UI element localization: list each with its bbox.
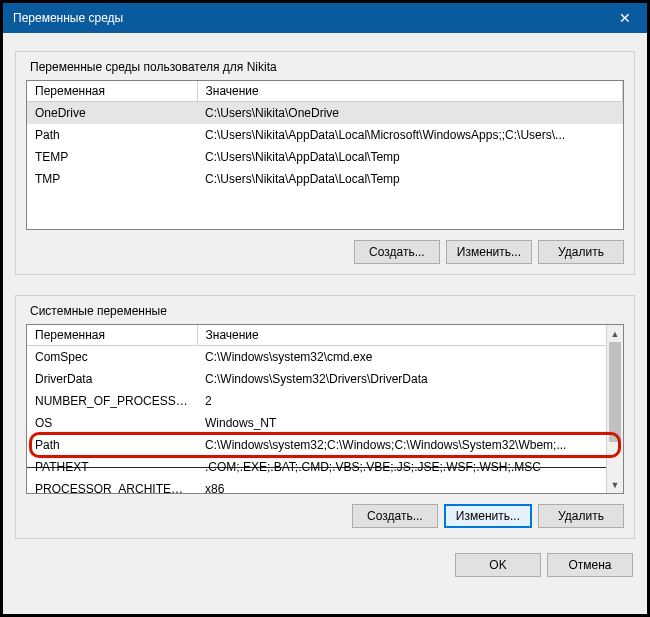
cancel-button[interactable]: Отмена — [547, 553, 633, 577]
cell-value: C:\Users\Nikita\OneDrive — [197, 102, 623, 125]
system-delete-button[interactable]: Удалить — [538, 504, 624, 528]
user-variables-group: Переменные среды пользователя для Nikita… — [15, 51, 635, 275]
cell-name: Path — [27, 434, 197, 456]
user-col-name[interactable]: Переменная — [27, 81, 197, 102]
cell-name: TMP — [27, 168, 197, 190]
cell-value: C:\Windows\system32;C:\Windows;C:\Window… — [197, 434, 623, 456]
cell-name: OneDrive — [27, 102, 197, 125]
ok-button[interactable]: OK — [455, 553, 541, 577]
table-row[interactable]: TEMP C:\Users\Nikita\AppData\Local\Temp — [27, 146, 623, 168]
table-row[interactable]: PROCESSOR_ARCHITECTURE x86 — [27, 478, 623, 494]
table-row[interactable]: TMP C:\Users\Nikita\AppData\Local\Temp — [27, 168, 623, 190]
system-buttons: Создать... Изменить... Удалить — [26, 504, 624, 528]
cell-value: 2 — [197, 390, 623, 412]
system-variables-group: Системные переменные Переменная Значение… — [15, 295, 635, 539]
table-row[interactable]: Path C:\Users\Nikita\AppData\Local\Micro… — [27, 124, 623, 146]
table-row[interactable]: OneDrive C:\Users\Nikita\OneDrive — [27, 102, 623, 125]
cell-value: C:\Users\Nikita\AppData\Local\Microsoft\… — [197, 124, 623, 146]
user-col-value[interactable]: Значение — [197, 81, 623, 102]
cell-name: NUMBER_OF_PROCESSORS — [27, 390, 197, 412]
user-delete-button[interactable]: Удалить — [538, 240, 624, 264]
close-icon: ✕ — [619, 10, 631, 26]
cell-value: C:\Users\Nikita\AppData\Local\Temp — [197, 146, 623, 168]
scroll-up-icon[interactable]: ▲ — [607, 325, 623, 342]
cell-value: x86 — [197, 478, 623, 494]
cell-value: C:\Users\Nikita\AppData\Local\Temp — [197, 168, 623, 190]
cell-name: PATHEXT — [27, 456, 197, 478]
cell-value: Windows_NT — [197, 412, 623, 434]
user-buttons: Создать... Изменить... Удалить — [26, 240, 624, 264]
user-group-title: Переменные среды пользователя для Nikita — [26, 60, 281, 74]
system-edit-button[interactable]: Изменить... — [444, 504, 532, 528]
scroll-thumb[interactable] — [609, 342, 621, 442]
dialog-buttons: OK Отмена — [15, 547, 635, 577]
cell-name: Path — [27, 124, 197, 146]
system-col-value[interactable]: Значение — [197, 325, 623, 346]
cell-name: OS — [27, 412, 197, 434]
table-row[interactable]: ComSpec C:\Windows\system32\cmd.exe — [27, 346, 623, 369]
table-row[interactable]: DriverData C:\Windows\System32\Drivers\D… — [27, 368, 623, 390]
system-scrollbar[interactable]: ▲ ▼ — [606, 325, 623, 493]
cell-name: TEMP — [27, 146, 197, 168]
cell-value: C:\Windows\System32\Drivers\DriverData — [197, 368, 623, 390]
cell-name: DriverData — [27, 368, 197, 390]
user-variables-table[interactable]: Переменная Значение OneDrive C:\Users\Ni… — [26, 80, 624, 230]
scroll-down-icon[interactable]: ▼ — [607, 476, 623, 493]
cell-name: PROCESSOR_ARCHITECTURE — [27, 478, 197, 494]
table-row-path[interactable]: Path C:\Windows\system32;C:\Windows;C:\W… — [27, 434, 623, 456]
dialog-content: Переменные среды пользователя для Nikita… — [3, 33, 647, 614]
cell-value: C:\Windows\system32\cmd.exe — [197, 346, 623, 369]
system-group-title: Системные переменные — [26, 304, 171, 318]
table-row[interactable]: OS Windows_NT — [27, 412, 623, 434]
table-row[interactable]: PATHEXT .COM;.EXE;.BAT;.CMD;.VBS;.VBE;.J… — [27, 456, 623, 478]
cell-value: .COM;.EXE;.BAT;.CMD;.VBS;.VBE;.JS;.JSE;.… — [197, 456, 623, 478]
system-col-name[interactable]: Переменная — [27, 325, 197, 346]
cell-name: ComSpec — [27, 346, 197, 369]
close-button[interactable]: ✕ — [602, 3, 647, 33]
user-create-button[interactable]: Создать... — [354, 240, 440, 264]
user-edit-button[interactable]: Изменить... — [446, 240, 532, 264]
titlebar: Переменные среды ✕ — [3, 3, 647, 33]
system-create-button[interactable]: Создать... — [352, 504, 438, 528]
system-variables-table[interactable]: Переменная Значение ComSpec C:\Windows\s… — [26, 324, 624, 494]
window-title: Переменные среды — [13, 11, 123, 25]
table-row[interactable]: NUMBER_OF_PROCESSORS 2 — [27, 390, 623, 412]
